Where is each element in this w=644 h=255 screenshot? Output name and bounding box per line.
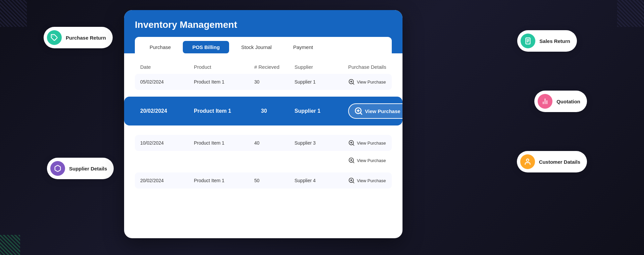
- col-header-purchase-details: Purchase Details: [348, 64, 402, 70]
- row-1-received: 30: [254, 79, 294, 85]
- floating-label-sales-return[interactable]: Sales Return: [517, 30, 577, 52]
- tab-stock-journal[interactable]: Stock Journal: [232, 41, 281, 53]
- row-1-product: Product Item 1: [194, 79, 254, 85]
- floating-label-customer-details[interactable]: Customer Datails: [517, 151, 587, 172]
- row-3-received: 40: [254, 140, 294, 146]
- view-purchase-icon-1: [348, 79, 355, 85]
- supplier-details-label: Supplier Details: [69, 166, 107, 171]
- floating-label-purchase-return[interactable]: Purchase Return: [44, 27, 113, 48]
- view-purchase-button-4[interactable]: View Purchase: [348, 157, 402, 164]
- row-gap-2: [135, 128, 392, 131]
- main-card: Inventory Management Purchase POS Billin…: [124, 10, 402, 238]
- quotation-icon: [538, 94, 552, 109]
- row-1-date: 05/02/2024: [140, 79, 194, 85]
- table-row: View Purchase: [135, 152, 392, 168]
- view-purchase-icon-5: [348, 177, 355, 184]
- table-row: 10/02/2024 Product Item 1 40 Supplier 3 …: [135, 135, 392, 151]
- tabs-container: Purchase POS Billing Stock Journal Payme…: [135, 37, 392, 53]
- tab-payment[interactable]: Payment: [284, 41, 322, 53]
- view-purchase-icon-2: [354, 107, 363, 115]
- row-5-product: Product Item 1: [194, 178, 254, 183]
- row-gap-1: [135, 91, 392, 94]
- row-gap-3: [135, 170, 392, 172]
- card-header: Inventory Management Purchase POS Billin…: [124, 10, 402, 53]
- floating-label-quotation[interactable]: Quotation: [534, 91, 587, 112]
- svg-line-22: [353, 162, 354, 163]
- col-header-received: # Recieved: [254, 64, 294, 70]
- page-title: Inventory Management: [135, 19, 392, 30]
- view-purchase-button-1[interactable]: View Purchase: [348, 79, 402, 85]
- svg-line-10: [353, 83, 354, 85]
- row-2-date: 20/02/2024: [140, 108, 194, 114]
- row-1-supplier: Supplier 1: [294, 79, 348, 85]
- corner-decoration-tr: [617, 0, 644, 27]
- svg-line-14: [360, 113, 362, 114]
- table-row: 20/02/2024 Product Item 1 50 Supplier 4 …: [135, 172, 392, 189]
- tab-pos-billing[interactable]: POS Billing: [183, 41, 229, 53]
- row-2-received: 30: [261, 108, 294, 114]
- col-header-date: Date: [140, 64, 194, 70]
- col-header-supplier: Supplier: [294, 64, 348, 70]
- customer-details-icon: [520, 154, 535, 169]
- customer-details-label: Customer Datails: [539, 159, 580, 165]
- floating-label-supplier-details[interactable]: Supplier Details: [47, 158, 114, 179]
- tab-content: Date Product # Recieved Supplier Purchas…: [124, 53, 402, 197]
- row-3-supplier: Supplier 3: [294, 140, 348, 146]
- purchase-return-icon: [47, 30, 62, 45]
- table-header-row: Date Product # Recieved Supplier Purchas…: [135, 60, 392, 74]
- svg-line-18: [353, 144, 354, 146]
- svg-point-8: [526, 159, 529, 161]
- row-3-date: 10/02/2024: [140, 140, 194, 146]
- col-header-product: Product: [194, 64, 254, 70]
- view-purchase-button-2[interactable]: View Purchase: [348, 103, 402, 119]
- table-row: 05/02/2024 Product Item 1 30 Supplier 1 …: [135, 74, 392, 90]
- sales-return-icon: [521, 34, 535, 48]
- supplier-details-icon: [50, 161, 65, 176]
- tab-purchase[interactable]: Purchase: [140, 41, 180, 53]
- row-3-product: Product Item 1: [194, 140, 254, 146]
- row-5-received: 50: [254, 178, 294, 183]
- row-2-product: Product Item 1: [194, 108, 261, 114]
- sales-return-label: Sales Return: [539, 38, 570, 44]
- view-purchase-button-3[interactable]: View Purchase: [348, 140, 402, 146]
- view-purchase-icon-4: [348, 157, 355, 164]
- row-5-supplier: Supplier 4: [294, 178, 348, 183]
- corner-decoration-tl: [0, 0, 27, 27]
- svg-line-26: [353, 182, 354, 183]
- purchase-return-label: Purchase Return: [66, 35, 106, 41]
- row-2-supplier: Supplier 1: [294, 108, 348, 114]
- corner-decoration-bl: [0, 235, 20, 255]
- table-row-highlighted: 20/02/2024 Product Item 1 30 Supplier 1 …: [124, 97, 402, 125]
- quotation-label: Quotation: [556, 99, 580, 104]
- row-5-date: 20/02/2024: [140, 178, 194, 183]
- view-purchase-icon-3: [348, 140, 355, 146]
- view-purchase-button-5[interactable]: View Purchase: [348, 177, 402, 184]
- table-container: Date Product # Recieved Supplier Purchas…: [124, 53, 402, 197]
